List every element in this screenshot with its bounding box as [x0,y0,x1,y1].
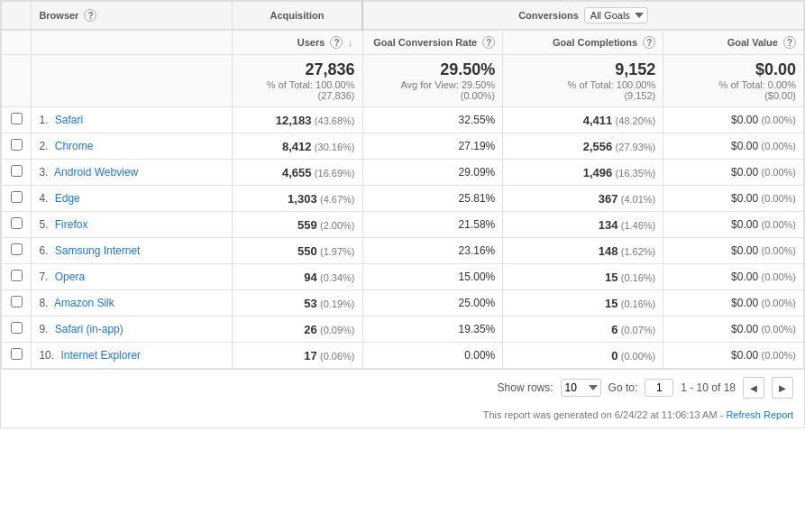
report-footer: This report was generated on 6/24/22 at … [1,406,804,427]
row-users-cell: 53 (0.19%) [232,290,362,316]
totals-gv-sub1: % of Total: 0.00% [671,79,796,90]
acquisition-label: Acquisition [270,10,324,21]
row-gv-main: $0.00 [731,244,758,257]
users-sort-icon[interactable]: ↓ [346,37,355,48]
row-gcr-value: 29.09% [459,166,496,179]
row-checkbox-cell [2,264,32,290]
row-checkbox[interactable] [11,139,23,151]
refresh-report-link[interactable]: Refresh Report [726,409,793,420]
table-row: 2. Chrome 8,412 (30.16%) 27.19% 2,556 (2… [2,133,804,160]
browser-link[interactable]: Internet Explorer [60,349,141,362]
acquisition-group-header: Acquisition [232,2,362,31]
row-users-cell: 4,655 (16.69%) [232,160,362,186]
browser-link[interactable]: Opera [55,271,85,283]
totals-browser-cell [32,55,233,107]
row-number: 8. [39,297,48,309]
row-gv-pct: (0.00%) [761,167,796,178]
prev-page-button[interactable]: ◄ [743,377,764,399]
row-gv-cell: $0.00 (0.00%) [663,290,804,316]
goals-dropdown[interactable]: All Goals [584,7,648,23]
row-number: 3. [39,166,48,179]
row-gv-cell: $0.00 (0.00%) [663,107,804,133]
row-checkbox[interactable] [11,113,23,124]
row-gcr-value: 21.58% [459,218,496,231]
row-gv-pct: (0.00%) [761,324,796,335]
goto-input[interactable] [645,379,673,397]
row-gc-cell: 15 (0.16%) [503,290,663,316]
row-checkbox[interactable] [11,348,23,360]
gv-help-icon[interactable]: ? [783,36,796,49]
row-gc-main: 15 [605,271,617,284]
row-gcr-cell: 32.55% [362,107,503,133]
row-checkbox[interactable] [11,243,23,255]
row-users-pct: (0.09%) [320,325,355,335]
row-gcr-cell: 25.81% [362,186,503,212]
row-checkbox[interactable] [11,270,23,281]
totals-users-main: 27,836 [240,60,355,79]
table-row: 10. Internet Explorer 17 (0.06%) 0.00% 0… [2,343,804,369]
row-gc-pct: (1.46%) [621,220,656,231]
browser-help-icon[interactable]: ? [84,9,96,22]
row-checkbox-cell [2,238,32,264]
row-users-cell: 26 (0.09%) [232,316,362,343]
row-users-pct: (1.97%) [320,246,355,257]
conversions-group-header: Conversions All Goals [362,2,804,31]
row-users-cell: 559 (2.00%) [232,212,362,238]
row-users-pct: (16.69%) [315,168,355,179]
gc-help-icon[interactable]: ? [643,36,655,49]
browser-link[interactable]: Edge [55,192,80,205]
row-checkbox[interactable] [11,191,23,203]
row-checkbox[interactable] [11,165,23,177]
row-gcr-cell: 15.00% [362,264,503,290]
row-gc-cell: 2,556 (27.93%) [503,133,663,160]
row-gv-pct: (0.00%) [761,193,796,204]
browser-link[interactable]: Chrome [55,140,94,152]
row-users-main: 1,303 [288,192,317,206]
totals-checkbox-cell [2,55,32,107]
row-gc-cell: 4,411 (48.20%) [503,107,663,133]
users-help-icon[interactable]: ? [330,36,343,49]
row-gcr-cell: 23.16% [362,238,503,264]
row-users-pct: (0.19%) [320,298,355,309]
row-gv-main: $0.00 [731,349,758,362]
gc-label: Goal Completions [553,37,637,48]
row-gcr-cell: 27.19% [362,133,503,160]
row-users-cell: 94 (0.34%) [232,264,362,290]
row-gv-pct: (0.00%) [761,350,796,361]
row-checkbox-cell [2,160,32,186]
row-users-main: 4,655 [282,166,312,179]
row-users-pct: (30.16%) [315,142,355,152]
table-row: 8. Amazon Silk 53 (0.19%) 25.00% 15 (0.1… [2,290,804,316]
browser-link[interactable]: Android Webview [54,166,138,179]
row-browser-cell: 8. Amazon Silk [32,290,233,316]
browser-link[interactable]: Amazon Silk [54,297,114,309]
row-gc-cell: 15 (0.16%) [503,264,663,290]
next-page-button[interactable]: ► [772,377,793,399]
totals-users-sub1: % of Total: 100.00% [240,79,355,90]
row-users-main: 8,412 [282,140,312,153]
browser-sub-header [32,30,233,55]
totals-gcr-cell: 29.50% Avg for View: 29.50% (0.00%) [362,55,503,107]
totals-gcr-sub1: Avg for View: 29.50% [370,79,496,90]
gcr-help-icon[interactable]: ? [482,36,495,49]
row-checkbox[interactable] [11,217,23,229]
show-rows-select[interactable]: 10 25 50 100 500 [561,379,601,397]
browser-header: Browser ? [32,2,233,31]
pagination-footer: Show rows: 10 25 50 100 500 Go to: 1 - 1… [1,369,804,406]
browser-link[interactable]: Samsung Internet [55,244,141,257]
row-checkbox-cell [2,107,32,133]
row-users-main: 94 [304,271,316,284]
browser-link[interactable]: Firefox [55,218,88,231]
table-row: 3. Android Webview 4,655 (16.69%) 29.09%… [2,160,804,186]
row-gv-main: $0.00 [731,192,758,205]
row-gc-cell: 1,496 (16.35%) [503,160,663,186]
totals-gv-sub2: ($0.00) [671,90,796,101]
row-gcr-value: 27.19% [459,140,496,152]
row-checkbox-cell [2,186,32,212]
row-gv-main: $0.00 [731,218,758,231]
row-gcr-cell: 29.09% [362,160,503,186]
browser-link[interactable]: Safari (in-app) [55,323,123,335]
browser-link[interactable]: Safari [55,114,83,126]
row-checkbox[interactable] [11,322,23,334]
row-checkbox[interactable] [11,296,23,307]
